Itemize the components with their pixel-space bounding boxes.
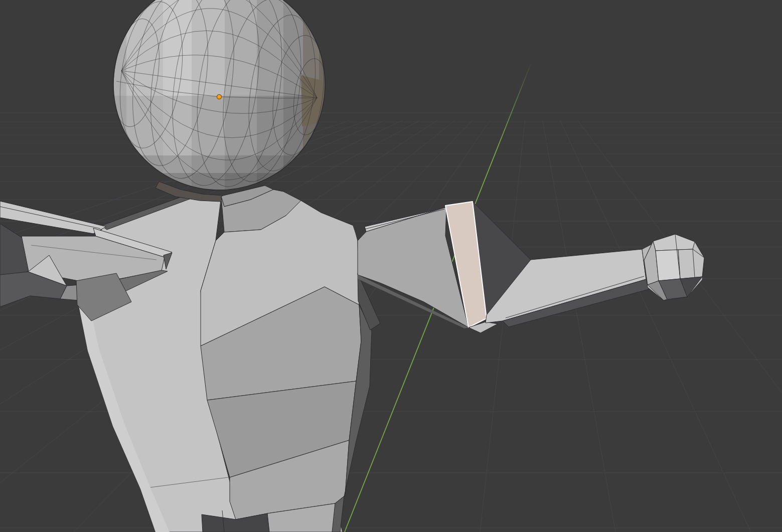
viewport-canvas[interactable] (0, 0, 782, 532)
active-vertex[interactable] (217, 95, 222, 99)
3d-viewport[interactable] (0, 0, 782, 532)
head-facet-band (163, 0, 192, 96)
head-facet-band (257, 0, 283, 96)
fist-center-facet[interactable] (656, 250, 680, 281)
head-facet-band (192, 0, 225, 96)
